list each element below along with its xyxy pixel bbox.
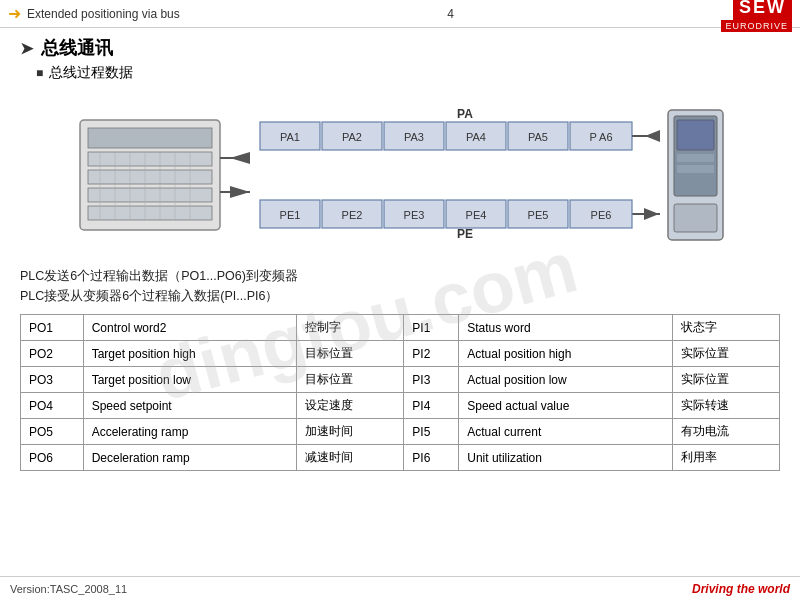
po-id: PO1 (21, 315, 84, 341)
table-body: PO1 Control word2 控制字 PI1 Status word 状态… (21, 315, 780, 471)
svg-rect-50 (677, 154, 714, 162)
footer: Version:TASC_2008_11 Driving the world (0, 576, 800, 600)
svg-rect-4 (88, 188, 212, 202)
pi-en: Speed actual value (459, 393, 673, 419)
svg-text:PA1: PA1 (280, 131, 300, 143)
pi-id: PI3 (404, 367, 459, 393)
po-id: PO4 (21, 393, 84, 419)
desc-line2: PLC接受从变频器6个过程输入数据(PI...PI6） (20, 286, 780, 306)
header: ➜ Extended positioning via bus 4 SEW EUR… (0, 0, 800, 28)
svg-rect-1 (88, 128, 212, 148)
pi-cn: 有功电流 (673, 419, 780, 445)
po-id: PO6 (21, 445, 84, 471)
po-en: Deceleration ramp (83, 445, 297, 471)
po-id: PO3 (21, 367, 84, 393)
svg-text:PA4: PA4 (466, 131, 486, 143)
svg-text:PE2: PE2 (342, 209, 363, 221)
svg-text:PE1: PE1 (280, 209, 301, 221)
pi-cn: 利用率 (673, 445, 780, 471)
pi-id: PI2 (404, 341, 459, 367)
title-text: 总线通讯 (41, 36, 113, 60)
svg-rect-52 (674, 204, 717, 232)
svg-text:PA2: PA2 (342, 131, 362, 143)
pi-cn: 状态字 (673, 315, 780, 341)
bus-diagram: PA PA1 PA2 PA3 PA4 PA5 P A6 PE PE1 (20, 90, 780, 260)
po-en: Target position high (83, 341, 297, 367)
main-content: 总线通讯 总线过程数据 (0, 28, 800, 479)
version-label: Version:TASC_2008_11 (10, 583, 127, 595)
table-row: PO3 Target position low 目标位置 PI3 Actual … (21, 367, 780, 393)
svg-text:PE5: PE5 (528, 209, 549, 221)
pi-id: PI5 (404, 419, 459, 445)
page-number: 4 (180, 7, 722, 21)
process-data-table: PO1 Control word2 控制字 PI1 Status word 状态… (20, 314, 780, 471)
desc-line1: PLC发送6个过程输出数据（PO1...PO6)到变频器 (20, 266, 780, 286)
diagram-svg: PA PA1 PA2 PA3 PA4 PA5 P A6 PE PE1 (70, 90, 730, 260)
pi-en: Status word (459, 315, 673, 341)
table-row: PO4 Speed setpoint 设定速度 PI4 Speed actual… (21, 393, 780, 419)
po-en: Target position low (83, 367, 297, 393)
po-en: Control word2 (83, 315, 297, 341)
pi-en: Actual current (459, 419, 673, 445)
svg-text:PE4: PE4 (466, 209, 487, 221)
po-cn: 目标位置 (297, 367, 404, 393)
pi-en: Actual position low (459, 367, 673, 393)
sew-logo: SEW EURODRIVE (721, 0, 792, 32)
description: PLC发送6个过程输出数据（PO1...PO6)到变频器 PLC接受从变频器6个… (20, 266, 780, 306)
po-id: PO5 (21, 419, 84, 445)
subtitle: 总线过程数据 (36, 64, 780, 82)
logo-sew: SEW (733, 0, 792, 20)
po-cn: 加速时间 (297, 419, 404, 445)
svg-rect-51 (677, 165, 714, 173)
pi-cn: 实际转速 (673, 393, 780, 419)
slogan: Driving the world (692, 582, 790, 596)
po-en: Accelerating ramp (83, 419, 297, 445)
pi-id: PI6 (404, 445, 459, 471)
header-title: Extended positioning via bus (27, 7, 180, 21)
table-row: PO5 Accelerating ramp 加速时间 PI5 Actual cu… (21, 419, 780, 445)
svg-rect-2 (88, 152, 212, 166)
pi-cn: 实际位置 (673, 367, 780, 393)
section-title: 总线通讯 (20, 36, 780, 60)
po-cn: 控制字 (297, 315, 404, 341)
pi-id: PI1 (404, 315, 459, 341)
svg-text:PE6: PE6 (591, 209, 612, 221)
svg-rect-3 (88, 170, 212, 184)
svg-text:PA3: PA3 (404, 131, 424, 143)
svg-text:P A6: P A6 (589, 131, 612, 143)
svg-rect-5 (88, 206, 212, 220)
svg-text:PE3: PE3 (404, 209, 425, 221)
svg-text:PA5: PA5 (528, 131, 548, 143)
po-id: PO2 (21, 341, 84, 367)
pi-en: Unit utilization (459, 445, 673, 471)
table-row: PO1 Control word2 控制字 PI1 Status word 状态… (21, 315, 780, 341)
po-en: Speed setpoint (83, 393, 297, 419)
svg-text:PE: PE (457, 227, 473, 241)
pi-cn: 实际位置 (673, 341, 780, 367)
table-row: PO2 Target position high 目标位置 PI2 Actual… (21, 341, 780, 367)
table-row: PO6 Deceleration ramp 减速时间 PI6 Unit util… (21, 445, 780, 471)
svg-rect-49 (677, 120, 714, 150)
po-cn: 目标位置 (297, 341, 404, 367)
pi-id: PI4 (404, 393, 459, 419)
svg-text:PA: PA (457, 107, 473, 121)
pi-en: Actual position high (459, 341, 673, 367)
po-cn: 设定速度 (297, 393, 404, 419)
subtitle-text: 总线过程数据 (49, 64, 133, 82)
logo-eurodrive: EURODRIVE (721, 20, 792, 32)
arrow-icon: ➜ (8, 4, 21, 23)
po-cn: 减速时间 (297, 445, 404, 471)
